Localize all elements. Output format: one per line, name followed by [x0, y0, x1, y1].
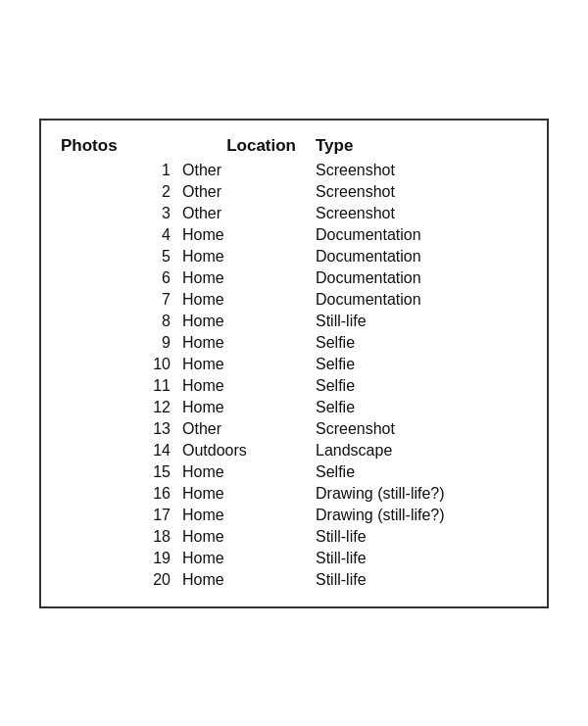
table-header: Photos Location Type [61, 136, 527, 156]
table-body: 1OtherScreenshot2OtherScreenshot3OtherSc… [61, 160, 527, 591]
location-header: Location [178, 136, 316, 156]
table-row: 17HomeDrawing (still-life?) [61, 505, 527, 526]
row-location: Home [178, 226, 316, 244]
row-number: 10 [61, 356, 178, 373]
row-type: Selfie [316, 399, 527, 416]
row-number: 2 [61, 183, 178, 201]
row-location: Other [178, 420, 316, 438]
row-type: Still-life [316, 528, 527, 546]
row-location: Other [178, 183, 316, 201]
row-location: Home [178, 269, 316, 287]
photos-table-container: Photos Location Type 1OtherScreenshot2Ot… [39, 119, 549, 608]
table-row: 18HomeStill-life [61, 526, 527, 548]
row-type: Documentation [316, 269, 527, 287]
row-number: 9 [61, 334, 178, 352]
row-type: Selfie [316, 334, 527, 352]
row-type: Still-life [316, 313, 527, 330]
row-location: Home [178, 291, 316, 309]
row-location: Home [178, 485, 316, 503]
row-location: Home [178, 550, 316, 567]
row-type: Drawing (still-life?) [316, 507, 527, 524]
row-number: 16 [61, 485, 178, 503]
row-type: Drawing (still-life?) [316, 485, 527, 503]
row-type: Selfie [316, 356, 527, 373]
row-location: Home [178, 248, 316, 266]
row-type: Documentation [316, 248, 527, 266]
row-location: Home [178, 313, 316, 330]
row-number: 8 [61, 313, 178, 330]
table-row: 7HomeDocumentation [61, 289, 527, 311]
table-row: 11HomeSelfie [61, 375, 527, 397]
row-type: Documentation [316, 291, 527, 309]
table-row: 8HomeStill-life [61, 311, 527, 332]
table-row: 4HomeDocumentation [61, 224, 527, 246]
table-row: 13OtherScreenshot [61, 418, 527, 440]
table-row: 12HomeSelfie [61, 397, 527, 418]
type-header: Type [316, 136, 527, 156]
table-row: 20HomeStill-life [61, 569, 527, 591]
row-number: 20 [61, 571, 178, 589]
table-row: 6HomeDocumentation [61, 267, 527, 289]
row-number: 18 [61, 528, 178, 546]
table-row: 1OtherScreenshot [61, 160, 527, 181]
row-number: 12 [61, 399, 178, 416]
row-number: 4 [61, 226, 178, 244]
row-type: Screenshot [316, 205, 527, 222]
row-type: Landscape [316, 442, 527, 460]
row-location: Home [178, 377, 316, 395]
row-location: Other [178, 205, 316, 222]
table-row: 14OutdoorsLandscape [61, 440, 527, 461]
row-type: Still-life [316, 550, 527, 567]
table-row: 15HomeSelfie [61, 461, 527, 483]
row-type: Screenshot [316, 162, 527, 179]
row-number: 1 [61, 162, 178, 179]
table-row: 9HomeSelfie [61, 332, 527, 354]
row-type: Still-life [316, 571, 527, 589]
row-number: 7 [61, 291, 178, 309]
table-row: 16HomeDrawing (still-life?) [61, 483, 527, 505]
row-type: Selfie [316, 463, 527, 481]
row-location: Home [178, 334, 316, 352]
row-number: 14 [61, 442, 178, 460]
row-location: Home [178, 571, 316, 589]
row-location: Home [178, 507, 316, 524]
photos-title: Photos [61, 136, 178, 156]
row-number: 17 [61, 507, 178, 524]
row-type: Screenshot [316, 183, 527, 201]
table-row: 3OtherScreenshot [61, 203, 527, 224]
table-wrapper: Photos Location Type 1OtherScreenshot2Ot… [61, 136, 527, 591]
row-location: Home [178, 463, 316, 481]
row-number: 6 [61, 269, 178, 287]
table-row: 10HomeSelfie [61, 354, 527, 375]
row-number: 13 [61, 420, 178, 438]
row-location: Outdoors [178, 442, 316, 460]
row-location: Other [178, 162, 316, 179]
row-location: Home [178, 399, 316, 416]
row-number: 5 [61, 248, 178, 266]
row-number: 19 [61, 550, 178, 567]
row-type: Screenshot [316, 420, 527, 438]
row-location: Home [178, 356, 316, 373]
row-number: 11 [61, 377, 178, 395]
row-type: Documentation [316, 226, 527, 244]
row-number: 3 [61, 205, 178, 222]
row-location: Home [178, 528, 316, 546]
table-row: 2OtherScreenshot [61, 181, 527, 203]
table-row: 5HomeDocumentation [61, 246, 527, 267]
row-number: 15 [61, 463, 178, 481]
table-row: 19HomeStill-life [61, 548, 527, 569]
row-type: Selfie [316, 377, 527, 395]
